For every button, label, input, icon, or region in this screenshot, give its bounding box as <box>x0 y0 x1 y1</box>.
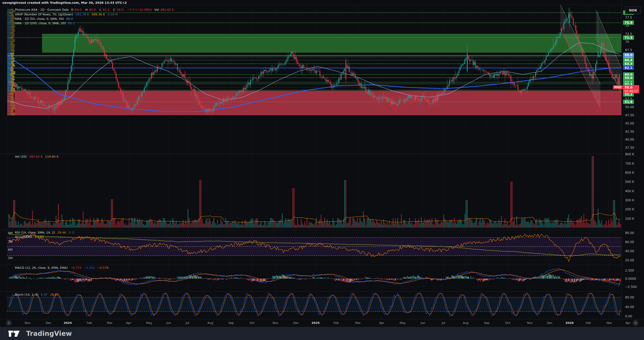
change-value: −7.7 (−12.09%) <box>127 8 152 12</box>
time-tick-year: 2025 <box>312 321 320 324</box>
vrvp-legend[interactable]: VRVP (Number Of Rows, 70, Up/Down) 591.7… <box>15 13 119 16</box>
macd-tick: 2.500 <box>625 268 634 272</box>
time-tick-month: May <box>146 321 152 324</box>
price-tick: 42.50 <box>625 130 634 133</box>
time-tick-month: Dec <box>547 321 552 324</box>
tradingview-logo <box>8 329 23 338</box>
sma200-legend[interactable]: SMA · 1D (200, close, 0, SMA, 20) 62.1 <box>15 22 76 25</box>
macd-tick: 0.0000 <box>625 277 636 280</box>
time-tick-month: Jul <box>186 321 189 324</box>
time-tick-month: Mar <box>606 321 612 324</box>
rsi-tick: 20.00 <box>625 258 634 262</box>
volume-tick: 200 K <box>625 207 634 211</box>
time-tick-month: Feb <box>334 321 339 324</box>
rsi-legend[interactable]: RSI (14, close, SMA, 14, 2) 29.46 ∅ ∅ <box>15 231 76 234</box>
current-price-badge: 56.002:46:17 <box>623 85 639 93</box>
macd-legend[interactable]: MACD (12, 26, close, 9, EMA, EMA) −0.774… <box>15 266 110 269</box>
volume-tick: 100 K <box>625 217 634 220</box>
time-tick-month: Sep <box>484 321 490 324</box>
rsi-tick: 60.00 <box>625 240 634 244</box>
time-tick-month: Feb <box>87 321 92 324</box>
time-tick-month: Aug <box>208 321 213 324</box>
stoch-tick: 80.00 <box>625 295 634 299</box>
sma50-legend[interactable]: SMA · 1D (50, close, 0, SMA, 50) 66.0 <box>15 17 74 21</box>
symbol-legend[interactable]: Photocure ASA · 1D · Euronext Oslo O60.0… <box>15 8 177 12</box>
price-level-badge: 75.9 <box>623 21 634 25</box>
accum-dist-tick: 6M <box>8 248 12 251</box>
tradingview-wordmark: TradingView <box>26 330 72 337</box>
price-tick: 67.5 <box>625 48 632 52</box>
price-tick: 40.00 <box>625 138 634 141</box>
supply-zone-green <box>42 34 621 53</box>
time-tick-month: Mar <box>355 321 361 324</box>
price-tick: 45.00 <box>625 121 634 125</box>
accum-legend[interactable]: Accum/Dist 5.42M <box>15 235 45 238</box>
volume-tick: 400 K <box>625 189 634 193</box>
price-level-badge: 51.6 <box>623 100 634 104</box>
stoch-legend[interactable]: Stoch (14, 1, 3) 5.37 28.67 <box>15 293 60 296</box>
time-tick-month: Jun <box>166 321 171 324</box>
rsi-tick: 80.00 <box>625 231 634 235</box>
time-tick-year: 2024 <box>64 321 72 324</box>
macd-line <box>9 268 620 286</box>
symbol-title: Photocure ASA · 1D · Euronext Oslo <box>15 8 68 12</box>
price-tick: 70 <box>625 40 629 44</box>
autoscale-button[interactable]: A <box>632 320 639 326</box>
stoch-tick: 0.00 <box>625 314 632 318</box>
price-tick: 72.5 <box>625 32 632 36</box>
volume-tick: 500 K <box>625 180 634 184</box>
time-tick-month: Feb <box>586 321 591 324</box>
timezone-button[interactable]: Z <box>6 320 12 326</box>
time-axis[interactable]: NovDec2024FebMarAprMayJunJulAugSepOctNov… <box>0 319 644 327</box>
time-tick-month: Oct <box>250 321 255 324</box>
time-tick-month: Jul <box>442 321 445 324</box>
demand-zone-red <box>14 91 621 115</box>
time-tick-month: Dec <box>293 321 299 324</box>
time-tick-month: May <box>400 321 406 324</box>
sma200-price-badge: 62.1 <box>623 65 634 70</box>
volume-ma-line <box>9 212 620 223</box>
currency-button[interactable]: NOK <box>625 7 641 14</box>
accum-dist-tick: 8M <box>8 231 12 235</box>
time-tick-month: Apr <box>379 321 384 324</box>
time-tick-month: Dec <box>46 321 51 324</box>
time-tick-month: Jun <box>420 321 425 324</box>
symbol-price-flag: PHO <box>613 85 623 89</box>
volume-legend[interactable]: Vol (20) 282.62 K 119.85 K <box>15 155 60 158</box>
time-tick-month: Mar <box>107 321 112 324</box>
chart-root: savepiginvest created with TradingView.c… <box>0 0 644 340</box>
macd-tick: −2.500 <box>625 285 637 289</box>
accum-dist-tick: 5M <box>8 256 12 260</box>
chart-canvas[interactable] <box>0 0 644 340</box>
macd-signal-line <box>9 270 620 284</box>
time-tick-month: Aug <box>463 321 468 324</box>
volume-tick: 800 K <box>625 152 634 156</box>
watermark: savepiginvest created with TradingView.c… <box>2 1 127 5</box>
time-tick-month: Nov <box>527 321 533 324</box>
time-tick-month: Oct <box>505 321 510 324</box>
price-tick: 50.00 <box>625 105 634 109</box>
volume-tick: 300 K <box>625 198 634 202</box>
stoch-tick: 40.00 <box>625 305 634 309</box>
sma50-price-badge: 66.0 <box>623 53 634 57</box>
volume-tick: 600 K <box>625 171 634 174</box>
price-level-badge: 71.3 <box>623 36 634 40</box>
time-tick-month: Nov <box>25 321 30 324</box>
price-tick: 47.50 <box>625 113 634 117</box>
rsi-tick: 40.00 <box>625 249 634 253</box>
time-tick-month: Apr <box>126 321 131 324</box>
price-tick: 77.5 <box>625 16 632 19</box>
price-tick: 37.50 <box>625 146 634 149</box>
volume-tick: 700 K <box>625 162 634 165</box>
time-tick-month: Sep <box>228 321 234 324</box>
time-tick-year: 2026 <box>566 321 574 324</box>
price-level-badge: 59.0 <box>623 75 634 80</box>
time-tick-month: Apr <box>625 321 630 324</box>
accum-dist-tick: 7M <box>8 240 12 243</box>
time-tick-month: Nov <box>273 321 278 324</box>
footer-bar: TradingView <box>0 327 644 340</box>
